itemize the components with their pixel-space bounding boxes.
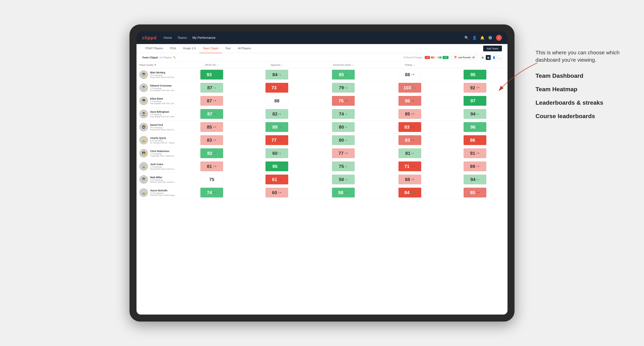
off-tee-box: 61 -3▼ (266, 174, 288, 184)
approach-box: 80 3▲ (332, 122, 355, 132)
player-avatar: 👦 (139, 96, 148, 105)
player-quality-box: 82 3▲ (200, 148, 223, 158)
round-change-label: 20 Round Change (404, 56, 422, 59)
table-row: 🧑‍💼 Matt Miller 6-10 Handicap Woburn Gol… (136, 173, 508, 186)
player-cell[interactable]: 🧔 David Ford Plus Handicap Royal North D… (136, 121, 179, 134)
putting-box: 85 -4▼ (464, 188, 486, 197)
annotation-leaderboards: Leaderboards & streaks (536, 99, 634, 106)
nav-my-performance[interactable]: My Performance (192, 35, 216, 40)
avatar[interactable]: A (496, 35, 502, 41)
player-quality-box: 74 -8▲ (200, 188, 223, 197)
player-cell[interactable]: 👨 Blair McHarg Plus Handicap Royal North… (136, 68, 179, 81)
col-header-approach[interactable]: Approach — (244, 62, 310, 68)
off-tee-box: 82 4▲ (266, 109, 288, 119)
putting-box: 94 3▲ (464, 174, 486, 184)
player-cell[interactable]: 👨‍🦳 Aaron Nicholls 11-15 Handicap Drift … (136, 186, 179, 199)
around-green-cell: 83 -6▼ (377, 134, 442, 147)
player-quality-cell: 87 -3▼ (179, 94, 244, 107)
tab-all-players[interactable]: All Players (234, 44, 254, 53)
player-quality-box: 87 4▲ (200, 109, 223, 119)
player-avatar: 👨‍💼 (139, 83, 148, 92)
approach-cell: 58 10▲ (310, 186, 377, 199)
table-view-button[interactable]: ▦ (486, 55, 491, 60)
add-team-button[interactable]: Add Team (483, 46, 502, 51)
approach-box: 75 -3▼ (332, 96, 355, 106)
nav-home[interactable]: Home (164, 35, 172, 40)
around-green-cell: 81 4▲ (377, 147, 442, 160)
player-cell[interactable]: 👨‍🦱 Dave Billingham 1-5 Handicap Gog Mag… (136, 107, 179, 121)
player-quality-cell: 93 +4▲ (179, 68, 244, 81)
sub-nav-links: PGAT Players PGA Hcaps 1-5 Team Clippd T… (142, 44, 483, 53)
table-row: 👨‍🦳 Aaron Nicholls 11-15 Handicap Drift … (136, 186, 508, 199)
approach-cell: 80 1▲ (310, 134, 377, 147)
card-view-button[interactable]: 👤 (492, 55, 496, 60)
player-cell[interactable]: 👱 Charlie Quick 6-10 Handicap St. George… (136, 134, 179, 147)
col-header-around-green[interactable]: Around the Green — (310, 62, 377, 68)
sub-nav: PGAT Players PGA Hcaps 1-5 Team Clippd T… (136, 44, 508, 53)
player-avatar: 👨‍🦱 (139, 110, 148, 118)
approach-cell: 74 1▲ (310, 107, 377, 121)
ipad-screen: clippd Home Teams My Performance 🔍 👤 🔔 ⚙… (136, 31, 508, 315)
off-tee-cell: 89 7▲ (244, 121, 310, 134)
table-row: 👨 Blair McHarg Plus Handicap Royal North… (136, 68, 508, 81)
nav-links: Home Teams My Performance (164, 35, 464, 40)
player-quality-box: 75 (200, 174, 223, 184)
player-cell[interactable]: 🧑 Chris Robertson 1-5 Handicap Craigmill… (136, 147, 179, 160)
player-cell[interactable]: 👨‍🦲 Josh Coles 1-5 Handicap Royal North … (136, 160, 179, 173)
tab-tour[interactable]: Tour (222, 44, 234, 53)
settings-icon[interactable]: ⚙️ (488, 36, 492, 40)
tab-hcaps[interactable]: Hcaps 1-5 (180, 44, 199, 53)
off-tee-box: 84 6▲ (266, 70, 288, 79)
off-tee-box: 73 -11▼ (266, 83, 288, 93)
putting-cell: 91 -3▼ (442, 147, 508, 160)
around-green-cell: 84 -21▲ (377, 186, 442, 199)
player-quality-cell: 74 -8▲ (179, 186, 244, 199)
putting-cell: 95 9▲ (442, 68, 508, 81)
player-cell[interactable]: 👨‍💼 Edward Crossman 1-5 Handicap Sunning… (136, 81, 179, 94)
round-change-pills: -5 +5 (425, 56, 448, 59)
col-header-putting[interactable]: Putting — (377, 62, 442, 68)
grid-view-button[interactable]: ⊞ (480, 55, 485, 60)
tab-pga[interactable]: PGA (166, 44, 180, 53)
search-icon[interactable]: 🔍 (464, 36, 469, 40)
team-bar-right: 20 Round Change -5 +5 📅 Last Rounds: 20 … (404, 55, 502, 60)
around-green-box: 83 -10▼ (398, 122, 421, 132)
col-header-off-tee[interactable]: Off the Tee — (179, 62, 244, 68)
off-tee-cell: 60 -1▼ (244, 186, 310, 199)
profile-icon[interactable]: 👤 (472, 36, 477, 40)
player-quality-cell: 87 4▲ (179, 107, 244, 121)
table-row: 👨‍🦱 Dave Billingham 1-5 Handicap Gog Mag… (136, 107, 508, 121)
team-bar: Team Clippd | 14 Players ✏️ 20 Round Cha… (136, 53, 508, 62)
last-rounds-button[interactable]: 📅 Last Rounds: 20 (451, 55, 478, 60)
download-button[interactable]: ↓ (497, 55, 502, 60)
bell-icon[interactable]: 🔔 (480, 36, 484, 40)
around-green-box: 103 15▲ (398, 83, 421, 93)
col-header-player[interactable]: Player Quality ▼ (136, 62, 179, 68)
tab-team-clippd[interactable]: Team Clippd (199, 44, 222, 53)
player-cell[interactable]: 🧑‍💼 Matt Miller 6-10 Handicap Woburn Gol… (136, 173, 179, 186)
around-green-box: 88 -2▼ (398, 174, 421, 184)
player-cell[interactable]: 👦 Elliot Ebert 1-5 Handicap Sunningdale … (136, 94, 179, 107)
off-tee-box: 95 8▲ (266, 162, 288, 171)
putting-cell: 85 -4▼ (442, 186, 508, 199)
tab-pgat-players[interactable]: PGAT Players (142, 44, 166, 53)
approach-cell: 79 9▲ (310, 81, 377, 94)
approach-cell: 80 3▲ (310, 121, 377, 134)
player-quality-box: 85 -3▼ (200, 122, 223, 132)
table-row: 🧑 Chris Robertson 1-5 Handicap Craigmill… (136, 147, 508, 160)
off-tee-box: 77 -14▼ (266, 135, 288, 145)
putting-cell: 94 3▲ (442, 173, 508, 186)
off-tee-box: 89 7▲ (266, 122, 288, 132)
putting-cell: 89 -2▼ (442, 160, 508, 173)
table-row: 🧔 David Ford Plus Handicap Royal North D… (136, 121, 508, 134)
logo[interactable]: clippd (142, 35, 156, 40)
pill-green: +5 (442, 56, 448, 59)
approach-box: 77 -3▼ (332, 148, 355, 158)
edit-icon[interactable]: ✏️ (173, 56, 176, 59)
approach-cell: 85 8▲ (310, 68, 377, 81)
around-green-cell: 71 -11▼ (377, 160, 442, 173)
around-green-box: 85 -3▼ (398, 109, 421, 119)
player-quality-cell: 83 -3▼ (179, 134, 244, 147)
pill-red: -5 (425, 56, 430, 59)
nav-teams[interactable]: Teams (178, 35, 187, 40)
